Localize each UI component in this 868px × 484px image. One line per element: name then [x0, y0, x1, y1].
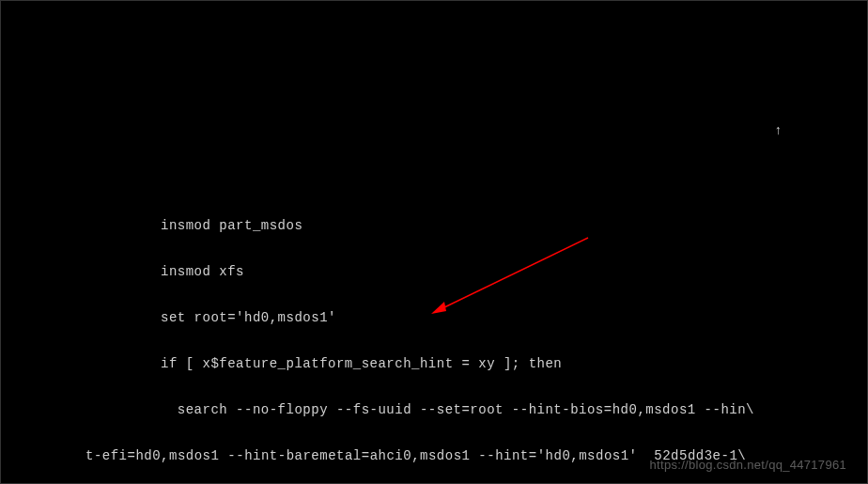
config-line: insmod xfs — [20, 264, 848, 280]
config-line: search --no-floppy --fs-uuid --set=root … — [20, 402, 848, 418]
scroll-up-indicator: ↑ — [774, 123, 783, 138]
config-line: set root='hd0,msdos1' — [20, 310, 848, 326]
config-line: if [ x$feature_platform_search_hint = xy… — [20, 356, 848, 372]
grub-config-block[interactable]: insmod part_msdos insmod xfs set root='h… — [20, 70, 848, 484]
config-line: insmod part_msdos — [20, 218, 848, 234]
watermark-text: https://blog.csdn.net/qq_44717961 — [650, 458, 846, 472]
grub-editor-terminal[interactable]: ↑ insmod part_msdos insmod xfs set root=… — [1, 1, 867, 484]
